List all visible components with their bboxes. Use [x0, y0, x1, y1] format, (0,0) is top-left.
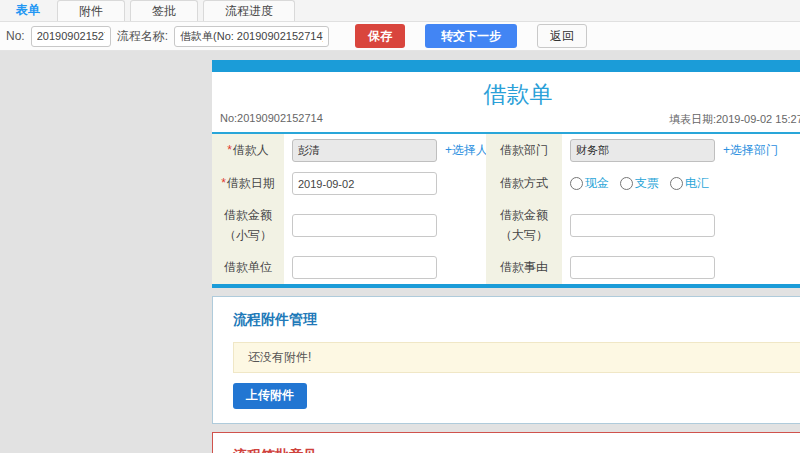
required-mark: *	[227, 140, 232, 160]
form-grid: *借款人 +选择人员 借款部门 +选择部门 *借款日期 借款方式	[212, 132, 800, 288]
panel-top-bar	[212, 60, 800, 72]
save-button[interactable]: 保存	[355, 24, 405, 48]
borrower-label-cell: *借款人	[212, 134, 284, 167]
command-bar: No: 流程名称: 保存 转交下一步 返回	[0, 22, 800, 51]
amount-lower-label-cell: 借款金额（小写）	[212, 200, 284, 251]
amount-upper-value-cell	[562, 200, 800, 251]
signature-heading: 流程签批意见	[233, 447, 800, 453]
amount-upper-label-cell: 借款金额（大写）	[486, 200, 562, 251]
select-department-link[interactable]: +选择部门	[723, 142, 778, 159]
tab-bar: 表单 附件 签批 流程进度	[0, 0, 800, 22]
no-attachments-message: 还没有附件!	[233, 342, 800, 373]
unit-label-cell: 借款单位	[212, 251, 284, 284]
method-label-cell: 借款方式	[486, 167, 562, 200]
tab-form[interactable]: 表单	[4, 0, 52, 21]
tab-process-progress[interactable]: 流程进度	[203, 0, 295, 21]
unit-value-cell	[284, 251, 486, 284]
attachments-panel: 流程附件管理 还没有附件! 上传附件	[212, 296, 800, 424]
unit-input[interactable]	[292, 256, 437, 279]
method-option-wire-label: 电汇	[685, 175, 709, 192]
content-column: 借款单 No:20190902152714 填表日期:2019-09-02 15…	[212, 60, 800, 453]
page: { "colors": { "accent_blue": "#1b9cd8", …	[0, 0, 800, 453]
no-input[interactable]	[31, 26, 111, 47]
borrower-value-cell: +选择人员	[284, 134, 486, 167]
amount-upper-label: 借款金额（大写）	[492, 205, 556, 246]
unit-label: 借款单位	[224, 257, 272, 277]
method-option-cheque-label: 支票	[635, 175, 659, 192]
no-label: No:	[6, 29, 25, 43]
amount-upper-input[interactable]	[570, 214, 715, 237]
borrower-label: 借款人	[233, 140, 269, 160]
required-mark: *	[221, 173, 226, 193]
method-radio-wire[interactable]	[670, 177, 683, 190]
process-name-input[interactable]	[174, 26, 329, 47]
method-option-wire[interactable]: 电汇	[670, 175, 709, 192]
reason-label-cell: 借款事由	[486, 251, 562, 284]
method-option-cash-label: 现金	[585, 175, 609, 192]
loan-date-value-cell	[284, 167, 486, 200]
department-value-cell: +选择部门	[562, 134, 800, 167]
borrower-input[interactable]	[292, 139, 437, 162]
method-radio-cheque[interactable]	[620, 177, 633, 190]
department-label-cell: 借款部门	[486, 134, 562, 167]
fill-date: 填表日期:2019-09-02 15:27:1	[669, 112, 800, 127]
loan-date-input[interactable]	[292, 172, 437, 195]
form-title: 借款单	[212, 79, 800, 110]
loan-date-label-cell: *借款日期	[212, 167, 284, 200]
department-label: 借款部门	[500, 140, 548, 160]
upload-attachment-button[interactable]: 上传附件	[233, 383, 307, 409]
forward-next-step-button[interactable]: 转交下一步	[425, 24, 517, 48]
amount-lower-value-cell	[284, 200, 486, 251]
tab-attachments[interactable]: 附件	[57, 0, 125, 21]
form-meta: No:20190902152714 填表日期:2019-09-02 15:27:…	[212, 112, 800, 132]
method-label: 借款方式	[500, 173, 548, 193]
doc-number: No:20190902152714	[220, 112, 323, 127]
attachments-heading: 流程附件管理	[233, 311, 800, 329]
loan-form-panel: 借款单 No:20190902152714 填表日期:2019-09-02 15…	[212, 60, 800, 288]
method-option-cheque[interactable]: 支票	[620, 175, 659, 192]
tab-approval[interactable]: 签批	[130, 0, 198, 21]
amount-lower-input[interactable]	[292, 214, 437, 237]
amount-lower-label: 借款金额（小写）	[218, 205, 278, 246]
reason-input[interactable]	[570, 256, 715, 279]
method-radio-cash[interactable]	[570, 177, 583, 190]
process-name-label: 流程名称:	[117, 28, 168, 45]
department-input[interactable]	[570, 139, 715, 162]
signature-panel: 流程签批意见 B I abc ▰ ∞ ∞ ⚑ ≡ ≡ ⇤ ⇥ ” 样式	[212, 432, 800, 453]
loan-date-label: 借款日期	[227, 173, 275, 193]
method-value-cell: 现金 支票 电汇	[562, 167, 800, 200]
reason-value-cell	[562, 251, 800, 284]
back-button[interactable]: 返回	[537, 24, 587, 48]
reason-label: 借款事由	[500, 257, 548, 277]
method-option-cash[interactable]: 现金	[570, 175, 609, 192]
